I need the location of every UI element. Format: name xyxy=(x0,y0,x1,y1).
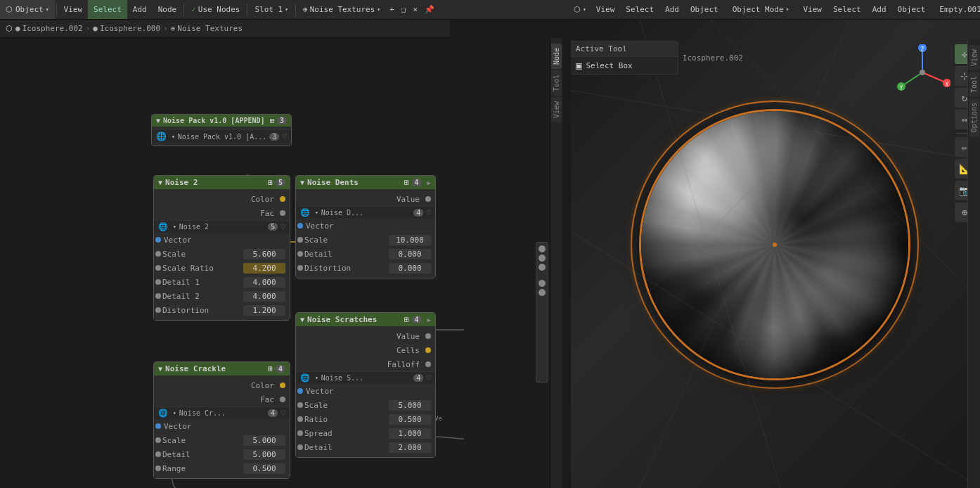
ns-falloff-row: Falloff xyxy=(296,357,435,371)
vp-view-menu2[interactable]: View xyxy=(797,0,827,19)
noise-scratches-body: Value Cells Falloff 🌐 ▾ Noise S... 4 ♡ xyxy=(296,326,435,457)
noise-crackle-body: Color Fac 🌐 ▾ Noise Cr... 4 ♡ Vector xyxy=(154,375,290,478)
checkbox-icon: ✓ xyxy=(191,5,196,14)
svg-point-15 xyxy=(920,70,925,75)
ico-icon: ● xyxy=(15,24,20,33)
nd-right-indicator: ▶ xyxy=(427,179,431,186)
tool-sidebar-tab[interactable]: Tool xyxy=(969,72,979,97)
options-sidebar-tab[interactable]: Options xyxy=(969,98,979,136)
svg-line-4 xyxy=(640,20,851,488)
partial-dot-5 xyxy=(539,289,546,296)
nd-icon: ⊞ xyxy=(404,178,409,187)
breadcrumb-item-2[interactable]: ● Icosphere.000 xyxy=(93,24,160,33)
ns-detail-row: Detail 2.000 xyxy=(296,440,435,454)
noise2-card: ▼ Noise 2 ⊞ 5 Color Fac 🌐 ▾ Noise 2 5 ♡ xyxy=(153,175,290,321)
select-box-item[interactable]: ▣ Select Box xyxy=(570,57,678,74)
vp-editor-type[interactable]: ⬡ ▾ xyxy=(569,0,591,19)
collapse-btn[interactable]: ▼ xyxy=(156,117,160,124)
noise2-vec-in-dot xyxy=(155,237,161,243)
nc-fac-row: Fac xyxy=(154,392,290,406)
nd-scale-dot xyxy=(297,237,303,243)
nc-range-row: Range 0.500 xyxy=(154,461,290,475)
scale-dot xyxy=(155,251,161,257)
vp-select-menu2[interactable]: Select xyxy=(827,0,867,19)
noise-scratches-card: ▼ Noise Scratches ⊞ 4 ▶ Value Cells Fall… xyxy=(295,312,436,458)
vp-select-menu[interactable]: Select xyxy=(620,0,659,19)
scaleratio-dot xyxy=(155,265,161,271)
ico2-icon: ● xyxy=(93,24,98,33)
browse-texture-btn[interactable]: ❑ xyxy=(398,0,410,19)
nd-value-dot xyxy=(425,196,431,202)
world-icon: 🌐 xyxy=(156,131,167,141)
vp-add-menu[interactable]: Add xyxy=(659,0,685,19)
separator xyxy=(56,4,57,16)
ns-vector-label: Vector xyxy=(296,384,435,398)
nd-collapse[interactable]: ▼ xyxy=(300,179,304,186)
add-menu[interactable]: Add xyxy=(127,0,153,19)
tool-tab[interactable]: Tool xyxy=(551,70,562,96)
fac-out-dot xyxy=(280,210,285,216)
ns-sub: 🌐 ▾ Noise S... 4 ♡ xyxy=(296,371,435,384)
nd-heart: ♡ xyxy=(426,208,431,217)
svg-text:Y: Y xyxy=(900,85,903,91)
n2-collapse[interactable]: ▼ xyxy=(158,179,162,186)
ns-value-dot xyxy=(425,333,431,339)
ns-value-row: Value xyxy=(296,329,435,343)
vp-add-menu2[interactable]: Add xyxy=(867,0,892,19)
vp-object-menu2[interactable]: Object xyxy=(892,0,931,19)
select-menu[interactable]: Select xyxy=(88,0,127,19)
noise-dents-card: ▼ Noise Dents ⊞ 4 ▶ Value 🌐 ▾ Noise D...… xyxy=(295,175,436,278)
svg-line-1 xyxy=(640,20,780,488)
nc-collapse[interactable]: ▼ xyxy=(158,365,162,373)
noise-scratches-header[interactable]: ▼ Noise Scratches ⊞ 4 ▶ xyxy=(296,313,435,326)
slot-dropdown-arrow: ▾ xyxy=(285,6,288,13)
active-tool-panel: Active Tool ▣ Select Box xyxy=(569,41,678,75)
unlink-texture-btn[interactable]: ✕ xyxy=(409,0,421,19)
noise2-header[interactable]: ▼ Noise 2 ⊞ 5 xyxy=(154,176,290,189)
view-sidebar-tab[interactable]: View xyxy=(969,45,979,70)
vp-mode-icon: ⬡ xyxy=(574,5,581,14)
tex-icon: ⊕ xyxy=(171,24,176,33)
viewport-top-bar: ⬡ ▾ View Select Add Object Object Mode ▾… xyxy=(569,0,980,20)
noise2-detail2-row: Detail 2 4.000 xyxy=(154,289,290,303)
node-editor-tabs: Node Tool View xyxy=(550,38,562,488)
breadcrumb-icon1: ⬡ xyxy=(6,24,13,33)
nc-color-dot xyxy=(280,383,285,388)
use-nodes-checkbox[interactable]: ✓ Use Nodes xyxy=(186,0,245,19)
nd-vec-in-dot xyxy=(297,223,303,229)
noise-dents-header[interactable]: ▼ Noise Dents ⊞ 4 ▶ xyxy=(296,176,435,189)
node-editor: ▼ Noise Pack v1.0 [APPEND] ⊞ 3 🌐 ▾ Noise… xyxy=(0,38,562,488)
top-menu-bar: ⬡ Object ▾ View Select Add Node ✓ Use No… xyxy=(0,0,569,20)
unlink-icon: ✕ xyxy=(413,5,418,14)
separator xyxy=(295,4,296,16)
ns-collapse[interactable]: ▼ xyxy=(300,316,304,323)
pin-icon: 📌 xyxy=(425,5,434,14)
partial-dot-4 xyxy=(539,280,546,287)
partial-dot-2 xyxy=(539,255,546,262)
nd-detail-row: Detail 0.000 xyxy=(296,247,435,261)
slot-selector[interactable]: Slot 1 ▾ xyxy=(249,0,294,19)
breadcrumb-item-1[interactable]: ● Icosphere.002 xyxy=(15,24,83,33)
new-texture-btn[interactable]: + xyxy=(386,0,398,19)
n2-world-icon: 🌐 xyxy=(158,222,168,231)
node-menu[interactable]: Node xyxy=(153,0,183,19)
node-tab[interactable]: Node xyxy=(551,44,562,69)
view-tab[interactable]: View xyxy=(551,97,562,122)
nd-sub: 🌐 ▾ Noise D... 4 ♡ xyxy=(296,206,435,219)
noise-pack-header[interactable]: ▼ Noise Pack v1.0 [APPEND] ⊞ 3 xyxy=(152,115,291,127)
ns-world-icon: 🌐 xyxy=(300,373,310,383)
view-menu[interactable]: View xyxy=(58,0,89,19)
vp-object-menu[interactable]: Object xyxy=(685,0,724,19)
editor-divider[interactable] xyxy=(567,20,571,488)
vp-view-menu[interactable]: View xyxy=(591,0,621,19)
nav-gizmo[interactable]: Z X Y xyxy=(894,44,950,101)
texture-selector[interactable]: ⊕ Noise Textures ▾ xyxy=(297,0,386,19)
breadcrumb-item-3[interactable]: ⊕ Noise Textures xyxy=(171,24,243,33)
active-tool-header: Active Tool xyxy=(570,41,678,57)
empty-001-selector[interactable]: Empty.001 ▾ xyxy=(934,0,980,19)
object-mode-selector[interactable]: Object Mode ▾ xyxy=(727,0,795,19)
pin-btn[interactable]: 📌 xyxy=(421,0,438,19)
editor-type-selector[interactable]: ⬡ Object ▾ xyxy=(0,0,55,19)
noise2-distortion-row: Distortion 1.200 xyxy=(154,303,290,317)
noise-crackle-header[interactable]: ▼ Noise Crackle ⊞ 4 xyxy=(154,362,290,375)
